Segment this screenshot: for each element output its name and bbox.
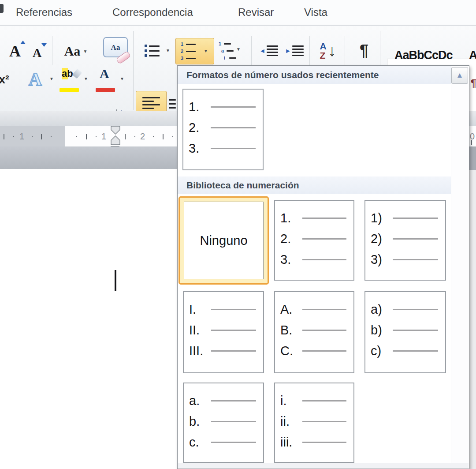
tab-referencias[interactable]: Referencias (16, 6, 72, 19)
separator (98, 36, 98, 65)
list-number-label: 3. (280, 253, 302, 266)
show-paragraph-marks-button[interactable]: ¶ (353, 38, 376, 64)
ruler-tick (41, 134, 42, 139)
right-edge-background (469, 170, 476, 469)
change-case-button[interactable]: Aa ▼ (58, 39, 93, 64)
highlight-icon: ab (62, 68, 73, 79)
tab-vista[interactable]: Vista (304, 6, 327, 19)
list-number-label: c) (371, 345, 393, 357)
numbering-icon: 123 (178, 41, 198, 61)
tab-revisar[interactable]: Revisar (238, 6, 274, 19)
clear-formatting-icon: Aa (111, 44, 120, 51)
numbering-dropdown[interactable]: ▼ (201, 45, 211, 56)
sort-button[interactable]: A Z ↓ (316, 38, 340, 64)
split-divider (199, 38, 199, 64)
numbering-option-none-selected[interactable]: Ninguno (178, 196, 269, 285)
list-number-label: 1) (371, 212, 393, 225)
grow-font-arrow-icon (20, 41, 26, 44)
library-numbering-option[interactable]: a)b)c) (364, 291, 446, 373)
list-number-label: ii. (280, 415, 302, 428)
right-edge-strip (469, 146, 476, 170)
list-number-label: I. (189, 303, 211, 316)
list-number-label: C. (280, 345, 302, 357)
library-numbering-option[interactable]: 1)2)3) (364, 200, 446, 281)
list-number-label: III. (189, 345, 211, 357)
ruler-number: 1 (101, 131, 106, 142)
ruler-number: 0 (470, 131, 475, 142)
library-numbering-option[interactable]: i.ii.iii. (274, 383, 354, 463)
ruler-number: 2 (140, 131, 145, 142)
library-numbering-option[interactable]: a.b.c. (183, 383, 264, 463)
clear-formatting-button[interactable]: Aa (103, 37, 128, 57)
chevron-down-icon: ▼ (236, 47, 241, 52)
ribbon-tab-bar: ReferenciasCorrespondenciaRevisarVista (0, 0, 476, 26)
list-number-label: a. (189, 394, 211, 407)
sample-text-line (211, 148, 256, 149)
style-item-normal[interactable]: AaBbCcDc (394, 49, 453, 62)
sample-text-line (211, 127, 256, 128)
numbering-split-button[interactable]: 123 ▼ (175, 38, 214, 64)
indent-marker[interactable] (110, 125, 121, 146)
shrink-font-icon: A (33, 47, 41, 59)
chevron-down-icon: ▼ (204, 49, 208, 53)
list-number-label: 1. (280, 212, 302, 225)
sample-text-line (302, 218, 346, 219)
sample-text-line (302, 238, 346, 240)
numbering-dropdown-menu: Formatos de número usados recientemente … (177, 65, 469, 469)
ruler-tick (163, 134, 164, 139)
highlight-dropdown[interactable]: ▼ (82, 73, 90, 84)
bullets-button[interactable] (141, 39, 163, 63)
bullets-dropdown[interactable]: ▼ (164, 45, 172, 56)
pilcrow-icon: ¶ (360, 41, 368, 60)
highlight-color-button[interactable]: ab (58, 66, 81, 93)
scroll-up-button[interactable]: ▲ (451, 67, 468, 84)
list-number-label: b) (371, 324, 393, 337)
library-numbering-option[interactable]: A.B.C. (274, 291, 354, 373)
ruler-tick (153, 136, 154, 137)
text-effects-dropdown[interactable]: ▼ (48, 73, 56, 84)
sample-text-line (393, 259, 438, 260)
ruler-tick (51, 136, 52, 137)
style-pilcrow-icon: ¶ (471, 78, 476, 90)
section-header-library: Biblioteca de numeración (178, 176, 451, 194)
list-number-label: c. (189, 436, 211, 449)
superscript-button[interactable]: x² (0, 68, 14, 91)
text-effects-button[interactable]: A (24, 66, 47, 93)
ruler-tick (86, 134, 87, 139)
text-effects-icon: A (29, 70, 42, 89)
increase-indent-button[interactable]: ► (283, 40, 306, 62)
bullets-icon (145, 45, 160, 57)
library-numbering-option[interactable]: I.II.III. (183, 291, 264, 373)
eraser-icon (116, 51, 131, 64)
chevron-down-icon: ▼ (84, 76, 88, 81)
list-number-label: 3) (371, 253, 393, 266)
font-color-button[interactable]: A (94, 66, 117, 93)
ruler-tick (96, 136, 97, 137)
library-numbering-option[interactable]: 1.2.3. (274, 200, 354, 281)
section-header-recent: Formatos de número usados recientemente (178, 66, 451, 84)
list-number-label: a) (371, 303, 393, 316)
ruler-tick (76, 136, 77, 137)
decrease-indent-button[interactable]: ◄ (257, 40, 280, 62)
active-tab-fragment (0, 4, 4, 13)
chevron-down-icon: ▼ (166, 48, 170, 53)
grow-font-button[interactable]: A (4, 38, 26, 64)
indent-lines-icon (292, 45, 304, 56)
font-color-dropdown[interactable]: ▼ (118, 73, 126, 84)
dropdown-scrollbar[interactable] (451, 66, 469, 469)
separator (345, 36, 345, 65)
align-center-icon (169, 99, 176, 113)
multilevel-list-button[interactable]: 1ai ▼ (215, 38, 240, 64)
list-number-label: 3. (189, 142, 211, 155)
sample-text-line (211, 442, 256, 443)
sample-text-line (211, 421, 256, 422)
tab-correspondencia[interactable]: Correspondencia (112, 6, 193, 19)
separator (52, 36, 52, 65)
list-number-label: 2. (280, 233, 302, 245)
sort-az-icon: A Z (320, 41, 326, 60)
sample-text-line (393, 238, 438, 240)
shrink-font-button[interactable]: A (27, 41, 47, 64)
recent-numbering-option[interactable]: 1.2.3. (182, 89, 264, 170)
style-item-partial[interactable]: A (469, 49, 476, 62)
align-left-icon (142, 97, 160, 113)
